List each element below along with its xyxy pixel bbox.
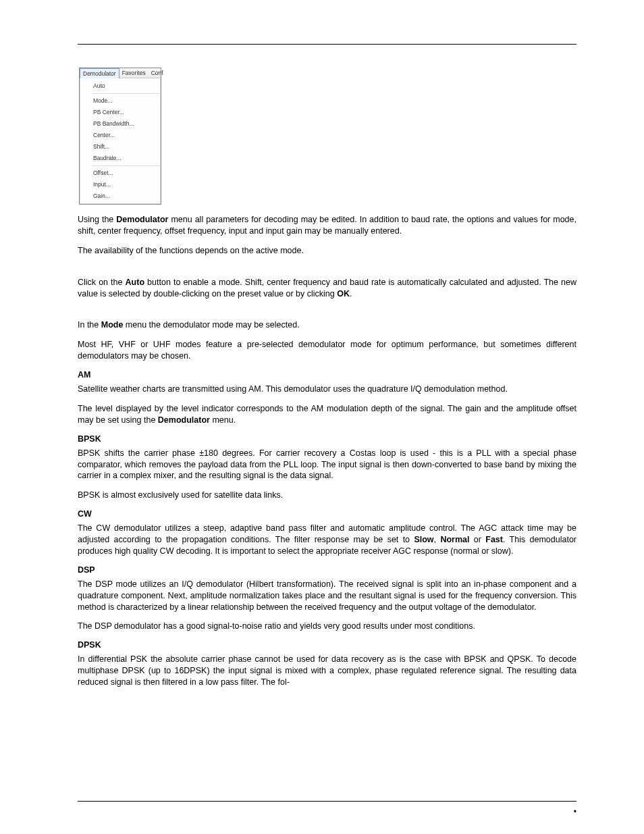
spacer [78, 307, 576, 319]
subhead-dsp: DSP [78, 565, 576, 575]
menu-bar: Demodulator Favorites Conf [80, 68, 161, 78]
menu-item-pb-bandwidth[interactable]: PB Bandwidth... [80, 118, 161, 130]
text: menu. [210, 415, 236, 425]
subhead-bpsk: BPSK [78, 434, 576, 444]
menu-separator [92, 165, 161, 166]
paragraph: Most HF, VHF or UHF modes feature a pre-… [78, 339, 576, 362]
bold-auto: Auto [126, 278, 144, 287]
paragraph: The availability of the functions depend… [78, 245, 576, 257]
menu-tab-demodulator[interactable]: Demodulator [80, 68, 119, 78]
paragraph: In differential PSK the absolute carrier… [78, 654, 576, 688]
text: menu the demodulator mode may be selecte… [123, 320, 299, 330]
bold-fast: Fast [485, 535, 503, 544]
content-area: Demodulator Favorites Conf Auto Mode... … [78, 68, 576, 696]
text: , [434, 535, 441, 544]
menu-list: Auto Mode... PB Center... PB Bandwidth..… [80, 78, 161, 204]
paragraph: BPSK shifts the carrier phase ±180 degre… [78, 448, 576, 482]
paragraph: Click on the Auto button to enable a mod… [78, 277, 576, 300]
menu-item-mode[interactable]: Mode... [80, 95, 161, 107]
bold-slow: Slow [414, 535, 433, 544]
menu-screenshot: Demodulator Favorites Conf Auto Mode... … [79, 68, 161, 205]
text: In the [78, 320, 101, 330]
subhead-am: AM [78, 370, 576, 380]
menu-item-baudrate[interactable]: Baudrate... [80, 153, 161, 164]
subhead-dpsk: DPSK [78, 640, 576, 650]
paragraph: The level displayed by the level indicat… [78, 403, 576, 426]
menu-item-offset[interactable]: Offset... [80, 167, 161, 179]
paragraph: In the Mode menu the demodulator mode ma… [78, 319, 576, 331]
menu-item-input[interactable]: Input... [80, 179, 161, 190]
paragraph: The DSP demodulator has a good signal-to… [78, 621, 576, 632]
header-rule [78, 44, 576, 45]
menu-item-pb-center[interactable]: PB Center... [80, 107, 161, 118]
bold-demodulator: Demodulator [116, 215, 168, 224]
bold-demodulator: Demodulator [158, 415, 210, 425]
text: or [469, 535, 485, 544]
menu-item-shift[interactable]: Shift... [80, 141, 161, 153]
paragraph: BPSK is almost exclusively used for sate… [78, 490, 576, 501]
menu-item-auto[interactable]: Auto [80, 80, 161, 92]
paragraph: The DSP mode utilizes an I/Q demodulator… [78, 579, 576, 613]
menu-tab-conf[interactable]: Conf [149, 68, 166, 78]
menu-item-center[interactable]: Center... [80, 130, 161, 141]
menu-separator [92, 93, 161, 94]
subhead-cw: CW [78, 509, 576, 519]
spacer [78, 265, 576, 277]
bold-ok: OK [337, 289, 350, 298]
paragraph: The CW demodulator utilizes a steep, ada… [78, 523, 576, 557]
footer-rule [78, 801, 576, 802]
menu-item-gain[interactable]: Gain... [80, 190, 161, 202]
paragraph: Satellite weather charts are transmitted… [78, 384, 576, 395]
menu-tab-favorites[interactable]: Favorites [119, 68, 149, 78]
page: Demodulator Favorites Conf Auto Mode... … [0, 0, 644, 834]
text: . [350, 289, 352, 298]
text: The level displayed by the level indicat… [78, 404, 576, 425]
paragraph: Using the Demodulator menu all parameter… [78, 214, 576, 237]
bold-mode: Mode [101, 320, 124, 330]
page-number-bullet: • [574, 807, 576, 816]
text: button to enable a mode. Shift, center f… [78, 278, 576, 298]
bold-normal: Normal [440, 535, 469, 544]
text: Click on the [78, 278, 126, 287]
text: Using the [78, 215, 116, 224]
